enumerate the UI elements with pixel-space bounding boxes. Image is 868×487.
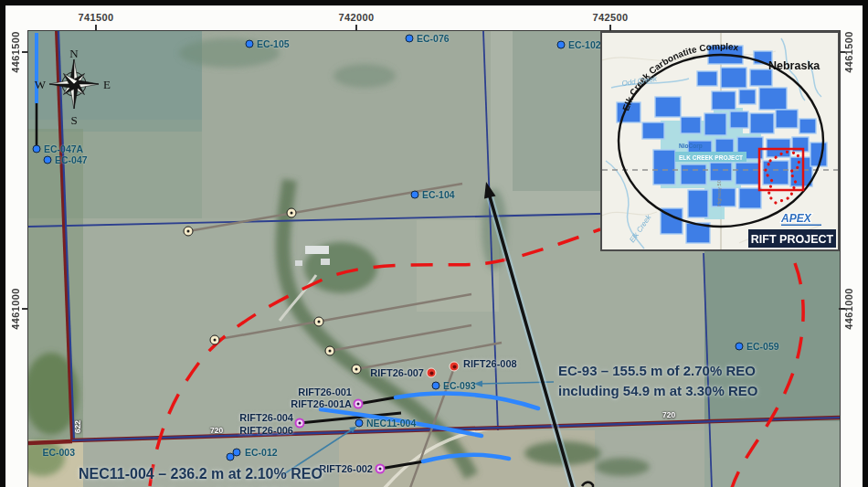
drillhole-label-ec-047: EC-047: [55, 154, 88, 165]
map-canvas[interactable]: N E S W EC-93 – 155.5 m of 2.70% REO inc…: [27, 30, 841, 487]
drillhole-label-ec-059: EC-059: [746, 341, 779, 352]
tick-mark-top: [355, 25, 357, 31]
road-label-622-2: 622: [73, 420, 82, 433]
state-label: Nebraska: [768, 59, 820, 72]
apex-logo-rule: [781, 225, 821, 227]
annotation-ec93-line2: including 54.9 m at 3.30% REO: [558, 381, 757, 401]
drillhole-label-rift26-001a: RIFT26-001A: [291, 398, 352, 409]
map-sheet: N E S W EC-93 – 155.5 m of 2.70% REO inc…: [0, 0, 868, 487]
project-area-label: ELK CREEK PROJECT: [679, 154, 743, 161]
highway-label: Highway 50: [716, 180, 722, 206]
drillhole-dot-ec-102[interactable]: [557, 41, 566, 49]
tick-mark-left: [22, 308, 28, 310]
drillhole-label-ec-012: EC-012: [245, 447, 278, 458]
drillhole-dot-ec-059[interactable]: [736, 343, 744, 351]
drillhole-label-ec-102: EC-102: [568, 39, 601, 50]
compass-rose: N E S W: [30, 38, 118, 130]
drillhole-dot-planned-1[interactable]: [184, 227, 194, 237]
drillhole-dot-planned-4[interactable]: [314, 317, 324, 327]
compass-n: N: [69, 47, 79, 60]
coord-label-top-741500: 741500: [78, 12, 113, 23]
drillhole-label-ec-104: EC-104: [422, 189, 455, 200]
coord-label-top-742500: 742500: [592, 12, 628, 23]
drillhole-label-rift26-001: RIFT26-001: [298, 386, 352, 397]
tick-mark-top: [609, 25, 611, 31]
drillhole-dot-ec-076[interactable]: [406, 35, 414, 43]
drillhole-dot-nec11-004[interactable]: [355, 419, 364, 428]
drillhole-dot-ec-105[interactable]: [246, 40, 254, 48]
drillhole-dot-rift26-008[interactable]: [450, 362, 460, 372]
compass-w: W: [35, 78, 47, 91]
drillhole-dot-ec-093[interactable]: [432, 382, 440, 390]
coord-label-left-4461000: 4461000: [10, 288, 21, 330]
annotation-ec93-line1: EC-93 – 155.5 m of 2.70% REO: [558, 361, 757, 381]
drillhole-dot-ec-047a[interactable]: [33, 145, 41, 154]
tick-mark-right: [839, 51, 845, 53]
drillhole-dot-rift26-004-006[interactable]: [295, 418, 305, 429]
drillhole-label-ec-076: EC-076: [417, 33, 450, 44]
tick-mark-left: [22, 51, 28, 53]
drillhole-dot-ec-047[interactable]: [44, 156, 52, 164]
drillhole-dot-ec-003[interactable]: [227, 453, 235, 461]
niocorp-logo: NioCorp: [679, 143, 703, 150]
drillhole-label-ec-105: EC-105: [257, 38, 290, 49]
drillhole-label-nec11-004: NEC11-004: [366, 418, 416, 429]
drillhole-label-rift26-007: RIFT26-007: [370, 367, 424, 378]
drillhole-label-rift26-002: RIFT26-002: [319, 463, 373, 474]
coord-label-left-4461500: 4461500: [10, 31, 21, 73]
annotation-nec11-line1: NEC11-004 – 236.2 m at 2.10% REO: [79, 463, 323, 484]
compass-e: E: [103, 78, 111, 91]
annotation-ec93: EC-93 – 155.5 m of 2.70% REO including 5…: [558, 361, 757, 401]
inset-drawing: Elk Creek Carbonatite Complex Nebraska O…: [602, 33, 838, 249]
rift-project-box-label: RIFT PROJECT: [751, 233, 834, 246]
inset-locator-map[interactable]: Elk Creek Carbonatite Complex Nebraska O…: [600, 31, 840, 251]
compass-s: S: [70, 113, 77, 127]
tick-mark-top: [95, 25, 97, 31]
drillhole-dot-rift26-002[interactable]: [376, 464, 386, 474]
drillhole-dot-planned-3[interactable]: [210, 335, 220, 345]
drillhole-dot-planned-2[interactable]: [287, 208, 297, 218]
coord-label-top-742000: 742000: [338, 12, 374, 23]
drillhole-dot-ec-104[interactable]: [411, 191, 419, 199]
drillhole-dot-rift26-001a[interactable]: [354, 399, 364, 409]
drillhole-dot-planned-6[interactable]: [352, 365, 362, 375]
annotation-nec11: NEC11-004 – 236.2 m at 2.10% REO includi…: [79, 463, 323, 487]
apex-logo: APEX: [780, 212, 812, 225]
road-label-720-0: 720: [210, 426, 223, 435]
drillhole-label-rift26-006: RIFT26-006: [239, 425, 293, 436]
drillhole-dot-rift26-007[interactable]: [427, 368, 437, 378]
drillhole-dot-planned-5[interactable]: [325, 346, 335, 356]
drillhole-label-ec-003: EC-003: [42, 447, 75, 458]
tick-mark-right: [839, 308, 845, 310]
drillhole-label-ec-093: EC-093: [443, 380, 476, 391]
drillhole-label-rift26-004: RIFT26-004: [239, 412, 293, 423]
drillhole-label-ec-047a: EC-047A: [44, 143, 83, 154]
road-label-720-1: 720: [662, 410, 675, 419]
drillhole-label-rift26-008: RIFT26-008: [463, 358, 517, 369]
